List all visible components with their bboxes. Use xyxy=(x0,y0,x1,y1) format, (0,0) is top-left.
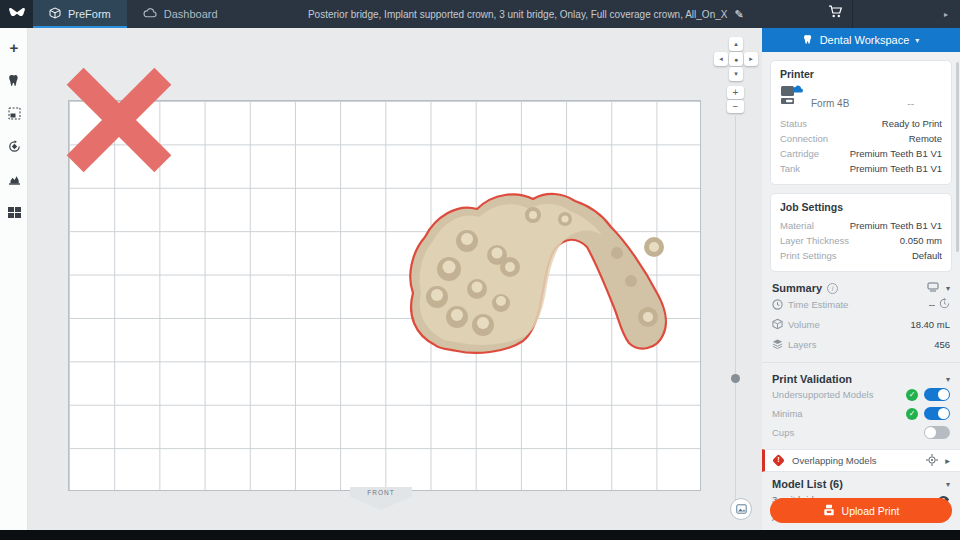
model-list-title: Model List (6) xyxy=(772,478,843,490)
info-icon[interactable]: i xyxy=(827,283,838,294)
front-label: FRONT xyxy=(367,489,394,510)
supports-tool-button[interactable] xyxy=(0,165,28,193)
row-value: Ready to Print xyxy=(882,116,942,131)
build-canvas[interactable]: FRONT ▴ ◂ ● ▸ ▾ + − xyxy=(28,28,762,530)
cloud-icon xyxy=(143,8,157,20)
pan-left-button[interactable]: ◂ xyxy=(714,52,728,66)
row-value: 456 xyxy=(934,339,950,350)
dental-tool-button[interactable] xyxy=(0,66,28,94)
chevron-down-icon[interactable]: ▾ xyxy=(946,375,950,384)
row-label: Layer Thickness xyxy=(780,233,849,248)
bottom-bar xyxy=(0,530,960,540)
row-value: Premium Teeth B1 V1 xyxy=(850,161,942,176)
dental-arch-model[interactable] xyxy=(405,185,680,355)
chevron-down-icon[interactable]: ▾ xyxy=(946,480,950,489)
row-label: Material xyxy=(780,218,814,233)
zoom-out-button[interactable]: − xyxy=(727,100,744,113)
summary-title: Summary xyxy=(772,282,822,294)
row-label: Volume xyxy=(788,319,820,330)
tab-dashboard-label: Dashboard xyxy=(164,8,218,20)
edit-title-icon[interactable]: ✎ xyxy=(734,8,743,21)
overlapping-label: Overlapping Models xyxy=(792,455,877,466)
job-settings-title: Job Settings xyxy=(780,201,942,213)
tab-preform-label: PreForm xyxy=(68,8,111,20)
layers-icon xyxy=(772,339,788,349)
chevron-left-icon: ◂ xyxy=(719,55,723,63)
select-tool-button[interactable] xyxy=(0,99,28,127)
clock-icon xyxy=(772,299,788,310)
tab-preform[interactable]: PreForm xyxy=(33,0,127,28)
view-nav-pad: ▴ ◂ ● ▸ ▾ xyxy=(714,37,758,81)
model-list-header: Model List (6) ▾ xyxy=(772,478,950,490)
marquee-select-icon xyxy=(8,107,21,120)
minima-toggle[interactable] xyxy=(924,407,950,420)
tab-dashboard[interactable]: Dashboard xyxy=(127,0,234,28)
pan-up-button[interactable]: ▴ xyxy=(729,37,743,51)
minus-icon: − xyxy=(733,101,739,112)
tooth-icon xyxy=(803,34,814,47)
formlabs-logo[interactable] xyxy=(0,0,33,28)
plus-icon: + xyxy=(733,87,739,98)
upload-print-button[interactable]: Upload Print xyxy=(770,498,952,523)
layout-tool-button[interactable] xyxy=(0,198,28,226)
summary-header: Summary i ▾ xyxy=(772,282,950,294)
chevron-down-icon: ▾ xyxy=(734,70,738,78)
row-value: -- xyxy=(929,299,935,310)
row-label: Time Estimate xyxy=(788,299,848,310)
printer-row-tank: Tank Premium Teeth B1 V1 xyxy=(780,161,942,176)
cart-icon xyxy=(828,5,843,23)
check-pass-icon: ✓ xyxy=(906,408,918,420)
print-validation-title: Print Validation xyxy=(772,373,852,385)
snapshot-icon xyxy=(736,500,747,518)
tooth-icon xyxy=(8,74,21,87)
screenshot-button[interactable] xyxy=(730,498,752,520)
add-model-button[interactable]: + xyxy=(0,33,28,61)
print-preview-icon[interactable] xyxy=(927,282,939,294)
row-value: Default xyxy=(912,248,942,263)
row-value: Premium Teeth B1 V1 xyxy=(850,146,942,161)
row-label: Tank xyxy=(780,161,800,176)
layer-slider-handle[interactable] xyxy=(731,374,740,383)
job-settings-card: Job Settings Material Premium Teeth B1 V… xyxy=(770,193,952,272)
summary-row-time: Time Estimate -- xyxy=(772,294,950,314)
printer-icon xyxy=(823,504,835,518)
overlapping-models-row[interactable]: ! Overlapping Models ▸ xyxy=(762,449,960,472)
chevron-up-icon: ▴ xyxy=(734,40,738,48)
panel-collapse-icon[interactable]: ▸ xyxy=(944,10,948,19)
view-home-button[interactable]: ● xyxy=(729,52,743,66)
row-label: Undersupported Models xyxy=(772,389,873,400)
left-toolbar: + xyxy=(0,28,28,530)
pan-right-button[interactable]: ▸ xyxy=(744,52,758,66)
pan-down-button[interactable]: ▾ xyxy=(729,67,743,81)
orient-tool-button[interactable] xyxy=(0,132,28,160)
topbar-right-region: ▸ xyxy=(852,0,960,28)
front-orientation-marker: FRONT xyxy=(350,487,412,510)
cups-toggle[interactable] xyxy=(924,426,950,439)
print-validation-header: Print Validation ▾ xyxy=(772,373,950,385)
job-row-material: Material Premium Teeth B1 V1 xyxy=(780,218,942,233)
locate-crosshair-icon[interactable] xyxy=(926,454,938,468)
print-validation-section: Print Validation ▾ Undersupported Models… xyxy=(762,373,960,442)
cart-button[interactable] xyxy=(818,5,852,23)
chevron-down-icon[interactable]: ▾ xyxy=(946,284,950,293)
chevron-down-icon: ▾ xyxy=(915,36,919,45)
chevron-right-icon[interactable]: ▸ xyxy=(945,455,950,466)
undersupported-toggle[interactable] xyxy=(924,388,950,401)
refresh-time-icon[interactable] xyxy=(939,298,950,311)
right-panel: Dental Workspace ▾ Printer Form 4B -- St… xyxy=(762,28,960,530)
printer-cloud-icon xyxy=(780,85,804,109)
printer-card-title: Printer xyxy=(780,68,942,80)
layer-slider-track[interactable] xyxy=(735,116,736,506)
validation-row-cups: Cups xyxy=(772,423,950,442)
summary-row-layers: Layers 456 xyxy=(772,334,950,354)
panel-scrollbar[interactable] xyxy=(956,62,959,252)
zoom-in-button[interactable]: + xyxy=(727,86,744,99)
divider xyxy=(762,362,960,363)
printer-identity[interactable]: Form 4B -- xyxy=(780,85,942,109)
printer-name: Form 4B xyxy=(811,98,849,109)
workspace-selector[interactable]: Dental Workspace ▾ xyxy=(762,28,960,52)
top-bar: PreForm Dashboard Posterior bridge, Impl… xyxy=(0,0,960,28)
row-label: Status xyxy=(780,116,807,131)
job-row-print-settings: Print Settings Default xyxy=(780,248,942,263)
row-label: Minima xyxy=(772,408,803,419)
